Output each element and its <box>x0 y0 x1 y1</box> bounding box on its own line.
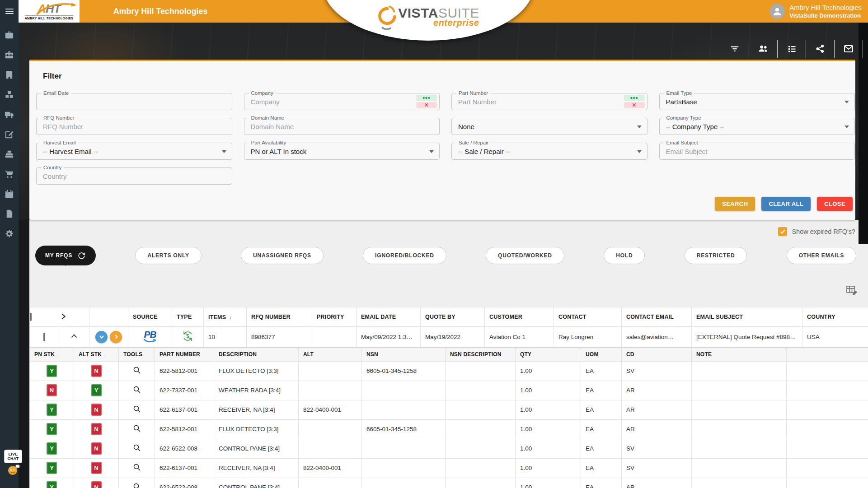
checkbox-checked-icon[interactable] <box>778 227 787 236</box>
tab-quoted-worked[interactable]: QUOTED/WORKED <box>486 247 564 264</box>
live-chat-widget[interactable]: LIVE CHAT <box>4 450 22 478</box>
row-checkbox[interactable] <box>43 333 45 341</box>
tab-unassigned-rfqs[interactable]: UNASSIGNED RFQS <box>241 247 324 264</box>
tab-my-rfqs[interactable]: MY RFQS <box>35 246 96 265</box>
tab-ignored-blocked[interactable]: IGNORED/BLOCKED <box>363 247 446 264</box>
expand-all-icon[interactable] <box>59 307 89 327</box>
col-source[interactable]: SOURCE <box>128 307 172 327</box>
items-col-tools[interactable]: TOOLS <box>119 348 155 361</box>
edit-columns-icon[interactable] <box>846 285 858 298</box>
contact-link[interactable]: Ray Longren <box>554 327 622 347</box>
rfq-number-field[interactable]: RFQ Number <box>36 118 232 135</box>
col-email-subject[interactable]: EMAIL SUBJECT <box>692 307 802 327</box>
items-col-alt[interactable]: ALT <box>299 348 362 361</box>
email-subject-field[interactable]: Email Subject <box>659 143 855 160</box>
col-country[interactable]: COUNTRY <box>802 307 868 327</box>
tab-other-emails[interactable]: OTHER EMAILS <box>787 247 856 264</box>
domain-name-field[interactable]: Domain Name <box>244 118 440 135</box>
items-row[interactable]: NY622-7337-001WEATHER RADA [3:4]1.00EAAR <box>30 381 868 400</box>
collapse-row-icon[interactable] <box>59 327 89 347</box>
items-row[interactable]: YN622-6522-008CONTROL PANE [3:4]1.00EAAR <box>30 478 868 488</box>
user-menu[interactable]: Ambry Hill Technologies VistaSuite Demon… <box>769 0 862 23</box>
menu-icon[interactable] <box>0 0 19 23</box>
close-button[interactable]: CLOSE <box>817 197 853 211</box>
settings-icon[interactable] <box>4 228 14 239</box>
select-all-checkbox[interactable] <box>30 313 32 321</box>
part-number-options-button[interactable]: ••• <box>624 95 645 101</box>
items-col-part-number[interactable]: PART NUMBER <box>155 348 214 361</box>
lookup-part-button[interactable] <box>131 461 143 474</box>
part-availability-select[interactable]: Part Availability PN or ALT In stock <box>244 143 440 160</box>
items-col-alt-stk[interactable]: ALT STK <box>74 348 119 361</box>
list-icon[interactable] <box>778 40 806 58</box>
email-date-field[interactable]: Email Date <box>36 93 232 110</box>
lookup-part-button[interactable] <box>131 403 143 416</box>
lookup-part-button[interactable] <box>131 423 143 436</box>
shopping-cart-icon[interactable] <box>4 169 14 179</box>
sale-repair-select[interactable]: Sale / Repair -- Sale / Repair -- <box>451 143 647 160</box>
show-expired-toggle[interactable]: Show expired RFQ's? <box>778 227 855 236</box>
items-col-uom[interactable]: UOM <box>581 348 622 361</box>
col-contact-email[interactable]: CONTACT EMAIL <box>622 307 692 327</box>
company-clear-button[interactable]: ✕ <box>416 102 437 108</box>
cell-source[interactable]: PB <box>128 327 172 347</box>
items-col-nsn-description[interactable]: NSN DESCRIPTION <box>446 348 516 361</box>
col-customer[interactable]: CUSTOMER <box>485 307 554 327</box>
lookup-part-button[interactable] <box>131 384 143 397</box>
tab-alerts-only[interactable]: ALERTS ONLY <box>135 247 201 264</box>
items-col-description[interactable]: DESCRIPTION <box>214 348 299 361</box>
part-number-clear-button[interactable]: ✕ <box>624 102 645 108</box>
col-priority[interactable]: PRIORITY <box>312 307 357 327</box>
assign-dropdown-button[interactable] <box>95 331 108 343</box>
filter-icon[interactable] <box>721 40 749 58</box>
lookup-part-button[interactable] <box>131 364 143 377</box>
calendar-add-icon[interactable] <box>4 189 14 199</box>
items-col-note[interactable]: NOTE <box>692 348 787 361</box>
mail-icon[interactable] <box>835 40 863 58</box>
items-row[interactable]: YN622-6137-001RECEIVER, NA [3:4]822-0400… <box>30 458 868 478</box>
open-rfq-button[interactable] <box>110 331 122 343</box>
items-row[interactable]: YN622-5812-001FLUX DETECTO [3:3]6605-01-… <box>30 419 868 439</box>
lookup-part-button[interactable] <box>131 442 143 455</box>
company-options-button[interactable]: ••• <box>416 95 437 101</box>
customer-link[interactable]: Aviation Co 1 <box>485 327 554 347</box>
cash-register-icon[interactable] <box>4 149 14 159</box>
contacts-icon[interactable] <box>749 40 778 58</box>
briefcase-icon[interactable] <box>4 30 14 40</box>
items-col-pn-stk[interactable]: PN STK <box>30 348 74 361</box>
items-col-cd[interactable]: CD <box>622 348 692 361</box>
items-col-qty[interactable]: QTY <box>516 348 581 361</box>
col-type[interactable]: TYPE <box>172 307 204 327</box>
items-row[interactable]: YN622-6522-008CONTROL PANE [3:4]1.00EASV <box>30 439 868 458</box>
company-type-select[interactable]: Company Type -- Company Type -- <box>659 118 855 135</box>
harvest-email-select[interactable]: Harvest Email -- Harvest Email -- <box>36 143 232 160</box>
items-col-nsn[interactable]: NSN <box>362 348 446 361</box>
building-icon[interactable] <box>4 70 14 80</box>
items-col-spacer[interactable] <box>787 348 868 361</box>
col-items[interactable]: ITEMS↓ <box>204 307 247 327</box>
tab-restricted[interactable]: RESTRICTED <box>685 247 747 264</box>
none-select[interactable]: None <box>451 118 647 135</box>
sort-desc-icon[interactable]: ↓ <box>229 314 232 321</box>
col-contact[interactable]: CONTACT <box>554 307 622 327</box>
lookup-part-button[interactable] <box>131 481 143 488</box>
email-type-select[interactable]: Email Type PartsBase <box>659 93 855 110</box>
col-rfq-number[interactable]: RFQ NUMBER <box>247 307 312 327</box>
items-row[interactable]: YN622-6137-001RECEIVER, NA [3:4]822-0400… <box>30 400 868 419</box>
company-field[interactable]: Company ••• ✕ <box>244 93 440 110</box>
truck-icon[interactable] <box>4 109 14 120</box>
compose-icon[interactable] <box>4 129 14 139</box>
rfq-row[interactable]: PB $ <box>30 327 868 347</box>
col-quote-by[interactable]: QUOTE BY <box>421 307 485 327</box>
country-field[interactable]: Country <box>36 167 232 185</box>
cubes-icon[interactable] <box>4 89 14 100</box>
country-input[interactable] <box>37 168 232 184</box>
part-number-field[interactable]: Part Number ••• ✕ <box>451 93 647 110</box>
search-button[interactable]: SEARCH <box>715 197 755 211</box>
tab-hold[interactable]: HOLD <box>604 247 645 264</box>
aht-logo[interactable]: AHT AMBRY HILL TECHNOLOGIES <box>19 0 80 23</box>
clear-all-button[interactable]: CLEAR ALL <box>761 197 811 211</box>
col-email-date[interactable]: EMAIL DATE <box>357 307 421 327</box>
document-icon[interactable] <box>4 209 14 219</box>
toolbox-icon[interactable] <box>4 50 14 60</box>
